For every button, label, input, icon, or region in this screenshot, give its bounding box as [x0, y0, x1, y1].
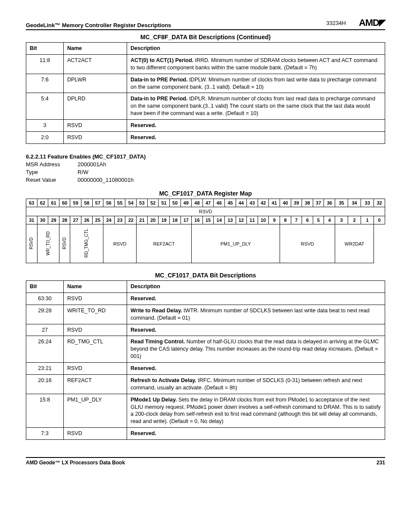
header-right: 33234H AMD◤ — [326, 17, 385, 28]
bit-number-cell: 60 — [59, 199, 70, 207]
bit-number-cell: 40 — [280, 199, 291, 207]
cell-bit: 15:8 — [26, 394, 64, 428]
bit-number-cell: 39 — [291, 199, 302, 207]
doc-number: 33234H — [326, 20, 346, 26]
cell-bit: 20:16 — [26, 374, 64, 394]
cell-desc: Reserved. — [127, 324, 385, 336]
cell-desc: Reserved. — [127, 131, 385, 143]
cell-name: RSVD — [64, 131, 127, 143]
cell-bit: 11:8 — [26, 54, 64, 74]
bit-number-cell: 5 — [313, 216, 324, 224]
bit-number-cell: 59 — [70, 199, 81, 207]
bit-number-cell: 61 — [48, 199, 59, 207]
register-metadata: MSR Address2000001Ah TypeR/W Reset Value… — [26, 161, 385, 184]
table-row: 15:8PM1_UP_DLYPMode1 Up Delay. Sets the … — [26, 394, 385, 428]
footer-page-number: 231 — [377, 460, 385, 466]
bit-number-cell: 28 — [59, 216, 70, 224]
amd-arrow-icon: ◤ — [379, 17, 385, 28]
cell-bit: 7:6 — [26, 74, 64, 93]
table-row: 27RSVDReserved. — [26, 324, 385, 336]
cell-name: ACT2ACT — [64, 54, 127, 74]
bit-number-cell: 11 — [247, 216, 258, 224]
table-row: 11:8ACT2ACTACT(0) to ACT(1) Period. tRRD… — [26, 54, 385, 74]
bit-number-cell: 1 — [361, 216, 374, 224]
cell-desc: Reserved. — [127, 428, 385, 440]
bit-number-cell: 63 — [26, 199, 37, 207]
th-name2: Name — [64, 281, 127, 293]
bit-number-cell: 32 — [374, 199, 385, 207]
cell-name: WRITE_TO_RD — [64, 305, 127, 324]
cell-desc: PMode1 Up Delay. Sets the delay in DRAM … — [127, 394, 385, 428]
bit-number-cell: 25 — [92, 216, 103, 224]
bit-description-table-1: Bit Name Description 11:8ACT2ACTACT(0) t… — [26, 42, 385, 144]
bit-number-cell: 23 — [114, 216, 125, 224]
bit-number-cell: 9 — [269, 216, 280, 224]
register-map-table: 6362616059585756555453525150494847464544… — [26, 199, 385, 263]
bit-number-cell: 58 — [81, 199, 93, 207]
cell-desc: ACT(0) to ACT(1) Period. tRRD. Minimum n… — [127, 54, 385, 74]
cell-bit: 29:28 — [26, 305, 64, 324]
bit-number-cell: 10 — [258, 216, 269, 224]
cell-name: RSVD — [64, 324, 127, 336]
bit-number-cell: 15 — [202, 216, 214, 224]
cell-name: RSVD — [64, 363, 127, 375]
table-row: 63:30RSVDReserved. — [26, 292, 385, 305]
bit-number-cell: 17 — [181, 216, 192, 224]
bit-number-cell: 48 — [192, 199, 203, 207]
cell-bit: 3 — [26, 120, 64, 132]
cell-name: PM1_UP_DLY — [64, 394, 127, 428]
regmap-field-rsvd27: RSVD — [59, 224, 70, 263]
table-row: 29:28WRITE_TO_RDWrite to Read Delay. tWT… — [26, 305, 385, 324]
th-desc: Description — [127, 43, 385, 55]
bit-number-cell: 6 — [302, 216, 313, 224]
cell-name: REF2ACT — [64, 374, 127, 394]
regmap-field-rsvd31: RSVD — [26, 224, 37, 263]
cell-bit: 63:30 — [26, 292, 64, 305]
bit-number-cell: 34 — [348, 199, 361, 207]
bit-number-cell: 42 — [258, 199, 269, 207]
table-row: 5:4DPLRDData-in to PRE Period. tDPLR. Mi… — [26, 93, 385, 120]
bit-number-cell: 16 — [192, 216, 203, 224]
bit-number-cell: 3 — [335, 216, 348, 224]
table-row: 2:0RSVDReserved. — [26, 131, 385, 143]
regmap-field-rsvd2321: RSVD — [103, 224, 137, 263]
bit-number-cell: 24 — [103, 216, 115, 224]
meta-reset-val: 00000000_11080001h — [78, 176, 134, 184]
bit-number-cell: 30 — [37, 216, 48, 224]
cell-name: RSVD — [64, 428, 127, 440]
table1-title: MC_CF8F_DATA Bit Descriptions (Continued… — [26, 34, 385, 40]
bit-number-cell: 21 — [137, 216, 148, 224]
cell-bit: 27 — [26, 324, 64, 336]
table2-title: MC_CF1017_DATA Bit Descriptions — [26, 272, 385, 279]
th-bit: Bit — [26, 43, 64, 55]
cell-name: DPLRD — [64, 93, 127, 120]
bit-number-cell: 50 — [169, 199, 181, 207]
meta-type-val: R/W — [78, 168, 88, 176]
bit-number-cell: 49 — [181, 199, 192, 207]
bit-number-cell: 31 — [26, 216, 37, 224]
cell-bit: 23:21 — [26, 363, 64, 375]
meta-msr-val: 2000001Ah — [78, 161, 106, 168]
bit-number-cell: 13 — [224, 216, 236, 224]
bit-number-cell: 38 — [302, 199, 313, 207]
bit-number-cell: 51 — [159, 199, 170, 207]
bit-number-cell: 45 — [224, 199, 236, 207]
bit-number-cell: 44 — [236, 199, 247, 207]
section-heading: 6.2.2.11 Feature Enables (MC_CF1017_DATA… — [26, 153, 385, 160]
bit-number-cell: 46 — [214, 199, 225, 207]
cell-name: RSVD — [64, 292, 127, 305]
table-row: 7:6DPLWRData-in to PRE Period. tDPLW. Mi… — [26, 74, 385, 93]
bit-description-table-2: Bit Name Description 63:30RSVDReserved.2… — [26, 280, 385, 440]
th-desc2: Description — [127, 281, 385, 293]
bit-number-cell: 20 — [147, 216, 159, 224]
bit-number-cell: 19 — [159, 216, 170, 224]
bit-number-cell: 35 — [335, 199, 348, 207]
regmap-field-ref2act: REF2ACT — [137, 224, 192, 263]
bit-number-cell: 36 — [324, 199, 335, 207]
bit-number-cell: 43 — [247, 199, 258, 207]
bit-number-cell: 54 — [125, 199, 137, 207]
cell-desc: Data-in to PRE Period. tDPLR. Minimum nu… — [127, 93, 385, 120]
cell-bit: 5:4 — [26, 93, 64, 120]
bit-number-cell: 18 — [169, 216, 181, 224]
footer-left: AMD Geode™ LX Processors Data Book — [26, 460, 125, 466]
